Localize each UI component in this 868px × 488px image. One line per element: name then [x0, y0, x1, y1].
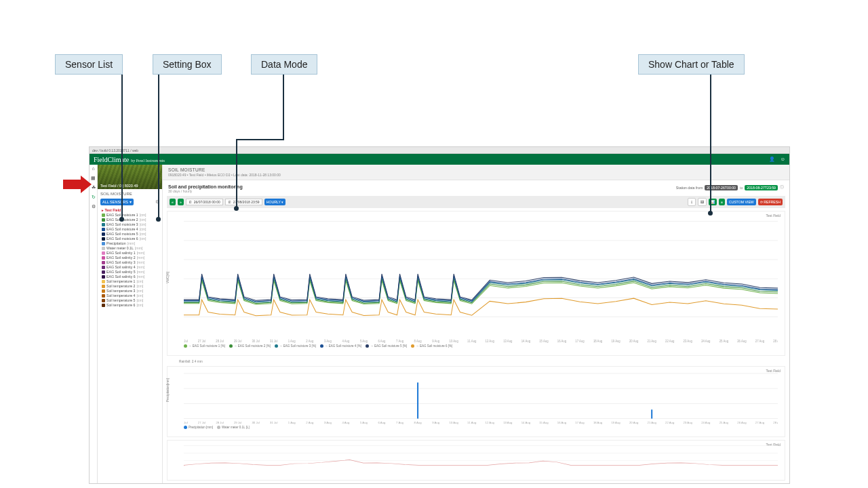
- salinity-chart: Test Field 7x6x5x: [167, 440, 785, 481]
- rainfall-summary: Rainfall: 2.4 mm: [179, 360, 785, 363]
- sensor-tree-item[interactable]: Soil temperature 1 [cm]: [102, 279, 160, 284]
- brand-logo: FieldClimateby Pessl Instruments: [94, 156, 165, 163]
- subheader: Soil and precipitation monitoring 30 day…: [163, 180, 789, 195]
- svg-text:16 Aug: 16 Aug: [557, 421, 567, 424]
- svg-text:23 Aug: 23 Aug: [684, 421, 693, 424]
- svg-text:21 Aug: 21 Aug: [648, 421, 657, 424]
- home-icon[interactable]: ⌂: [91, 166, 96, 171]
- svg-text:9 Aug: 9 Aug: [432, 340, 440, 343]
- callout-label: Show Chart or Table: [648, 59, 734, 70]
- svg-text:18 Aug: 18 Aug: [593, 340, 603, 343]
- svg-text:13 Aug: 13 Aug: [503, 340, 513, 343]
- svg-text:16 Aug: 16 Aug: [557, 340, 567, 343]
- nav-prev-button[interactable]: «: [170, 199, 176, 205]
- legend-item: → EAG Soil moisture 2 [%]: [229, 344, 271, 348]
- svg-text:28 Jul: 28 Jul: [216, 340, 223, 343]
- svg-text:26 Aug: 26 Aug: [737, 340, 747, 343]
- svg-text:14 Aug: 14 Aug: [521, 340, 531, 343]
- station-date-range: Station data from 2018-07-26T00:00 to 20…: [676, 184, 784, 190]
- svg-text:20 Aug: 20 Aug: [629, 340, 639, 343]
- sync-icon[interactable]: ↻: [91, 195, 96, 200]
- data-mode-select[interactable]: HOURLY ▾: [264, 199, 286, 205]
- y-axis-label: VWC[%]: [166, 272, 170, 283]
- tree-root[interactable]: ▸ Test Field: [102, 208, 160, 213]
- sensor-tree-item[interactable]: EAG Soil salinity 3 [mm]: [102, 260, 160, 265]
- sensor-tree-item[interactable]: Soil temperature 3 [cm]: [102, 289, 160, 293]
- info-icon[interactable]: ⓘ: [780, 184, 784, 190]
- sensor-tree-item[interactable]: Soil temperature 4 [cm]: [102, 293, 160, 298]
- svg-text:28 Aug: 28 Aug: [773, 421, 778, 424]
- leader-pin: [708, 211, 713, 216]
- svg-text:29 Jul: 29 Jul: [234, 421, 241, 424]
- svg-text:12 Aug: 12 Aug: [486, 340, 495, 343]
- leader-pin: [156, 217, 161, 222]
- svg-text:4 Aug: 4 Aug: [342, 340, 350, 343]
- svg-text:24 Aug: 24 Aug: [701, 421, 711, 424]
- leader-pin: [234, 206, 239, 211]
- sensor-tree-item[interactable]: EAG Soil moisture 4 [cm]: [102, 227, 160, 232]
- leader: [158, 73, 159, 219]
- all-sensors-button[interactable]: ALL SENSORS ▾: [100, 199, 134, 205]
- legend-item: → EAG Soil moisture 1 [%]: [184, 344, 225, 348]
- legend-item: → EAG Soil moisture 3 [%]: [275, 344, 316, 348]
- sensor-tree-item[interactable]: Precipitation [mm]: [102, 241, 160, 246]
- charts-container: Test Field VWC[%] 2040608010012026 Jul27…: [163, 211, 789, 483]
- date-to-pill: 2018-08-27T23:59: [745, 185, 778, 190]
- gear-icon[interactable]: ⚙: [91, 204, 96, 209]
- download-icon[interactable]: ⇩: [688, 198, 696, 206]
- sensor-tree-item[interactable]: EAG Soil salinity 2 [mm]: [102, 256, 160, 260]
- svg-text:22 Aug: 22 Aug: [665, 421, 675, 424]
- calendar-icon: 🗓: [189, 200, 192, 204]
- date-from-input[interactable]: 🗓26/07/2018 00:00: [186, 199, 223, 205]
- svg-text:6 Aug: 6 Aug: [378, 340, 387, 343]
- svg-text:21 Aug: 21 Aug: [648, 340, 657, 343]
- refresh-button[interactable]: ⟳ REFRESH: [758, 199, 783, 205]
- user-icon[interactable]: 👤: [769, 157, 775, 162]
- svg-text:7 Aug: 7 Aug: [396, 421, 404, 424]
- svg-text:4 Aug: 4 Aug: [342, 421, 350, 424]
- sensor-tree-item[interactable]: Water meter 0.1L [mm]: [102, 246, 160, 251]
- sensor-tree-item[interactable]: EAG Soil moisture 2 [cm]: [102, 218, 160, 222]
- svg-text:10 Aug: 10 Aug: [450, 421, 459, 424]
- svg-text:28 Jul: 28 Jul: [216, 421, 223, 424]
- svg-text:5 Aug: 5 Aug: [360, 340, 368, 343]
- leader-pin: [119, 217, 124, 222]
- svg-text:25 Aug: 25 Aug: [719, 340, 729, 343]
- sensor-tree-item[interactable]: EAG Soil moisture 3 [cm]: [102, 222, 160, 227]
- date-to-input[interactable]: 🗓27/08/2018 23:59: [225, 199, 262, 205]
- page-header: SOIL MOISTURE 0918020.49 • Test Field • …: [163, 165, 789, 180]
- help-icon[interactable]: ☺: [781, 157, 785, 162]
- svg-text:15 Aug: 15 Aug: [539, 340, 549, 343]
- chart-legend: Precipitation [mm]Water meter 0.1L [L]: [184, 426, 781, 429]
- leader: [710, 73, 711, 213]
- image-export-icon[interactable]: 🖼: [698, 198, 707, 206]
- sensor-tree-item[interactable]: EAG Soil salinity 5 [mm]: [102, 270, 160, 274]
- field-thumbnail[interactable]: Test Field / 0 | 8020.49: [98, 165, 162, 189]
- svg-text:12 Aug: 12 Aug: [486, 421, 495, 424]
- svg-text:13 Aug: 13 Aug: [503, 421, 513, 424]
- sensor-tree-item[interactable]: EAG Soil salinity 4 [mm]: [102, 265, 160, 270]
- sensor-tree-item[interactable]: EAG Soil moisture 6 [cm]: [102, 237, 160, 241]
- sensor-tree-item[interactable]: EAG Soil salinity 1 [mm]: [102, 251, 160, 256]
- sensor-tree-item[interactable]: Soil temperature 5 [cm]: [102, 298, 160, 303]
- chart-toolbar: « » 🗓26/07/2018 00:00 🗓27/08/2018 23:59 …: [167, 196, 785, 208]
- svg-text:6 Aug: 6 Aug: [378, 421, 387, 424]
- svg-text:22 Aug: 22 Aug: [665, 340, 675, 343]
- sidebar: Test Field / 0 | 8020.49 SOIL MOISTURE A…: [98, 165, 163, 483]
- url-bar: dev / build 0.13.2018711 / web: [90, 147, 789, 154]
- svg-text:1 Aug: 1 Aug: [288, 340, 296, 343]
- svg-text:2 Aug: 2 Aug: [306, 340, 314, 343]
- nav-next-button[interactable]: »: [178, 199, 184, 205]
- custom-view-button[interactable]: CUSTOM VIEW: [727, 199, 756, 205]
- show-table-button[interactable]: ≡: [719, 199, 725, 205]
- svg-text:14 Aug: 14 Aug: [521, 421, 531, 424]
- chart-legend: → EAG Soil moisture 1 [%]→ EAG Soil mois…: [184, 344, 781, 348]
- sensor-tree-item[interactable]: EAG Soil moisture 1 [cm]: [102, 213, 160, 218]
- sensor-tree-item[interactable]: EAG Soil salinity 6 [mm]: [102, 274, 160, 279]
- svg-text:19 Aug: 19 Aug: [611, 340, 620, 343]
- callout-setting-box: Setting Box: [153, 54, 222, 75]
- sensor-tree-item[interactable]: Soil temperature 2 [cm]: [102, 284, 160, 289]
- icon-rail: ⌂ ▦ ☘ ↻ ⚙: [90, 165, 98, 483]
- sensor-tree-item[interactable]: Soil temperature 6 [cm]: [102, 303, 160, 308]
- sensor-tree-item[interactable]: EAG Soil moisture 5 [cm]: [102, 232, 160, 237]
